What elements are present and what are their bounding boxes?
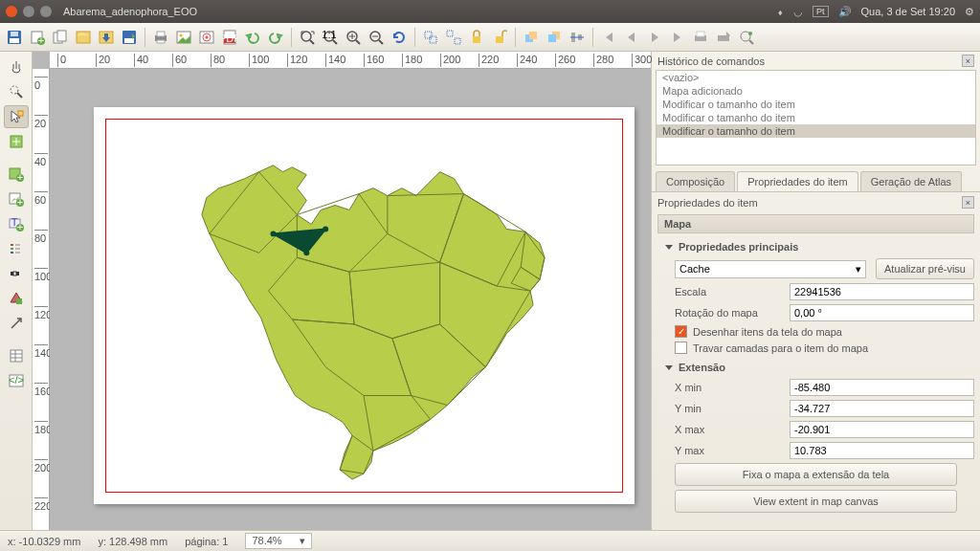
svg-rect-7 xyxy=(57,31,66,41)
add-scalebar-tool[interactable] xyxy=(4,262,29,285)
history-item[interactable]: Modificar o tamanho do item xyxy=(657,98,975,111)
status-y: y: 128.498 mm xyxy=(98,536,167,547)
new-composer-button[interactable]: + xyxy=(27,27,48,48)
atlas-export-button[interactable] xyxy=(713,27,734,48)
set-to-canvas-extent-button[interactable]: Fixa o mapa a extensão da tela xyxy=(675,463,957,486)
rotation-input[interactable] xyxy=(790,304,974,321)
xmax-label: X max xyxy=(675,424,780,435)
indicator-gear-icon[interactable]: ⚙ xyxy=(965,6,974,18)
duplicate-composer-button[interactable] xyxy=(50,27,71,48)
svg-rect-13 xyxy=(157,32,165,36)
composer-manager-button[interactable] xyxy=(73,27,94,48)
zoom-in-button[interactable] xyxy=(343,27,364,48)
view-extent-button[interactable]: View extent in map canvas xyxy=(675,490,957,513)
svg-point-23 xyxy=(301,32,311,41)
render-mode-combo[interactable]: Cache▾ xyxy=(675,260,866,278)
atlas-print-button[interactable] xyxy=(690,27,711,48)
ungroup-button[interactable] xyxy=(443,27,464,48)
atlas-first-button[interactable] xyxy=(598,27,619,48)
indicator-dropbox-icon[interactable]: ⬧ xyxy=(777,6,784,17)
add-arrow-tool[interactable] xyxy=(4,312,29,335)
window-close-icon[interactable] xyxy=(6,6,17,17)
align-button[interactable] xyxy=(567,27,588,48)
zoom-tool[interactable] xyxy=(4,80,29,103)
svg-point-16 xyxy=(180,33,183,36)
load-template-button[interactable] xyxy=(96,27,117,48)
atlas-next-button[interactable] xyxy=(644,27,665,48)
svg-rect-70 xyxy=(11,252,13,253)
add-html-tool[interactable]: </> xyxy=(4,369,29,392)
move-content-tool[interactable] xyxy=(4,130,29,153)
composer-page[interactable] xyxy=(94,107,635,504)
add-label-tool[interactable]: T+ xyxy=(4,212,29,235)
atlas-last-button[interactable] xyxy=(667,27,688,48)
map-item-frame[interactable] xyxy=(105,119,623,493)
window-minimize-icon[interactable] xyxy=(23,6,34,17)
tab-item-properties[interactable]: Propriedades do item xyxy=(737,171,858,191)
history-item[interactable]: Mapa adicionado xyxy=(657,84,975,98)
svg-line-27 xyxy=(333,40,337,44)
export-svg-button[interactable] xyxy=(196,27,217,48)
group-button[interactable] xyxy=(420,27,441,48)
ymin-input[interactable] xyxy=(790,400,974,417)
add-image-tool[interactable]: + xyxy=(4,187,29,210)
print-button[interactable] xyxy=(150,27,171,48)
undo-button[interactable] xyxy=(242,27,263,48)
atlas-prev-button[interactable] xyxy=(621,27,642,48)
save-button[interactable] xyxy=(4,27,25,48)
add-shape-tool[interactable] xyxy=(4,287,29,310)
lower-button[interactable] xyxy=(544,27,565,48)
draw-canvas-items-checkbox[interactable]: ✓Desenhar itens da tela do mapa xyxy=(675,325,974,338)
lock-layers-checkbox[interactable]: Travar camadas para o item do mapa xyxy=(675,342,974,354)
history-list[interactable]: <vazio> Mapa adicionado Modificar o tama… xyxy=(656,70,976,165)
scale-input[interactable] xyxy=(790,283,974,300)
refresh-button[interactable] xyxy=(389,27,410,48)
close-panel-icon[interactable]: × xyxy=(962,196,974,209)
save-template-button[interactable] xyxy=(119,27,140,48)
unlock-button[interactable] xyxy=(489,27,510,48)
svg-rect-77 xyxy=(16,298,22,304)
zoom-full-button[interactable] xyxy=(297,27,318,48)
zoom-out-button[interactable] xyxy=(366,27,387,48)
section-main-props[interactable]: Propriedades principais xyxy=(665,241,974,253)
history-item[interactable]: <vazio> xyxy=(657,71,975,84)
checkbox-on-icon: ✓ xyxy=(675,325,687,338)
add-table-tool[interactable] xyxy=(4,344,29,367)
redo-button[interactable] xyxy=(265,27,286,48)
canvas[interactable] xyxy=(50,69,651,530)
svg-rect-56 xyxy=(18,111,23,116)
svg-rect-1 xyxy=(10,38,19,43)
ymax-input[interactable] xyxy=(790,442,974,459)
update-preview-button[interactable]: Atualizar pré-visu xyxy=(876,258,974,279)
ymax-label: Y max xyxy=(675,445,780,456)
zoom-actual-button[interactable]: 1:1 xyxy=(320,27,341,48)
xmin-input[interactable] xyxy=(790,379,974,396)
canvas-area: document.write(''); 02040608010012014016… xyxy=(33,52,651,530)
indicator-keyboard[interactable]: Pt xyxy=(813,6,829,17)
zoom-combo[interactable]: 78.4%▾ xyxy=(245,533,312,549)
window-maximize-icon[interactable] xyxy=(40,6,52,17)
xmax-input[interactable] xyxy=(790,421,974,438)
export-image-button[interactable] xyxy=(173,27,194,48)
svg-rect-69 xyxy=(11,248,13,250)
pan-tool[interactable] xyxy=(4,55,29,78)
svg-rect-38 xyxy=(455,38,460,44)
export-pdf-button[interactable]: PDF xyxy=(219,27,240,48)
indicator-clock[interactable]: Qua, 3 de Set 19:20 xyxy=(861,6,955,17)
close-panel-icon[interactable]: × xyxy=(962,55,974,67)
atlas-settings-button[interactable] xyxy=(736,27,757,48)
section-extent[interactable]: Extensão xyxy=(665,362,974,373)
add-legend-tool[interactable] xyxy=(4,237,29,260)
tab-atlas[interactable]: Geração de Atlas xyxy=(860,171,962,191)
add-map-tool[interactable]: + xyxy=(4,163,29,186)
history-item[interactable]: Modificar o tamanho do item xyxy=(657,111,975,124)
raise-button[interactable] xyxy=(521,27,542,48)
svg-rect-76 xyxy=(16,272,19,276)
tab-composition[interactable]: Composição xyxy=(656,171,735,191)
indicator-wifi-icon[interactable]: ◡ xyxy=(793,6,803,18)
lock-button[interactable] xyxy=(466,27,487,48)
svg-rect-79 xyxy=(11,350,22,362)
history-item[interactable]: Modificar o tamanho do item xyxy=(657,124,975,138)
indicator-volume-icon[interactable]: 🔊 xyxy=(838,6,852,18)
select-tool[interactable] xyxy=(4,105,29,128)
